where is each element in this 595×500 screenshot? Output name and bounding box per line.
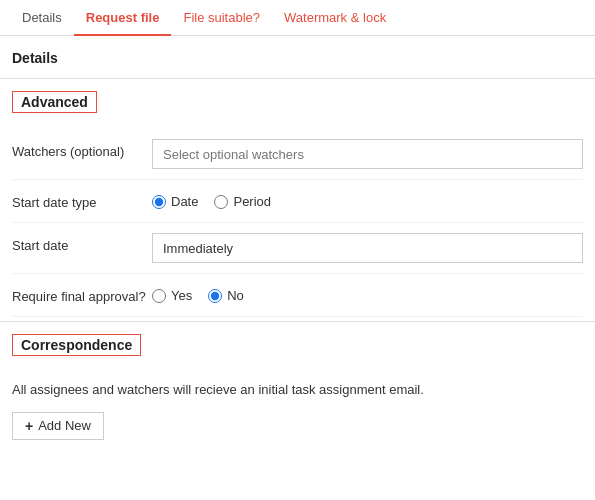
- page-content: Details Advanced Watchers (optional) Sta…: [0, 36, 595, 458]
- radio-no-input[interactable]: [208, 289, 222, 303]
- correspondence-section: All assignees and watchers will recieve …: [12, 368, 583, 444]
- plus-icon: +: [25, 418, 33, 434]
- radio-date-input[interactable]: [152, 195, 166, 209]
- radio-no-option[interactable]: No: [208, 288, 244, 303]
- divider-middle: [0, 321, 595, 322]
- watchers-input[interactable]: [152, 139, 583, 169]
- start-date-input[interactable]: [152, 233, 583, 263]
- start-date-type-radio-group: Date Period: [152, 190, 583, 209]
- watchers-label: Watchers (optional): [12, 139, 152, 161]
- radio-period-option[interactable]: Period: [214, 194, 271, 209]
- watchers-control: [152, 139, 583, 169]
- radio-yes-input[interactable]: [152, 289, 166, 303]
- add-new-button[interactable]: + Add New: [12, 412, 104, 440]
- start-date-type-control: Date Period: [152, 190, 583, 209]
- radio-yes-label: Yes: [171, 288, 192, 303]
- require-approval-row: Require final approval? Yes No: [12, 274, 583, 317]
- correspondence-note-text: All assignees and watchers will recieve …: [12, 382, 424, 397]
- tab-file-suitable[interactable]: File suitable?: [171, 0, 272, 35]
- start-date-control: [152, 233, 583, 263]
- tab-details[interactable]: Details: [10, 0, 74, 35]
- tab-bar: Details Request file File suitable? Wate…: [0, 0, 595, 36]
- correspondence-section-header: Correspondence: [12, 334, 141, 356]
- radio-no-label: No: [227, 288, 244, 303]
- start-date-row: Start date: [12, 223, 583, 274]
- require-approval-control: Yes No: [152, 284, 583, 303]
- require-approval-radio-group: Yes No: [152, 284, 583, 303]
- watchers-row: Watchers (optional): [12, 129, 583, 180]
- start-date-type-label: Start date type: [12, 190, 152, 212]
- add-new-label: Add New: [38, 418, 91, 433]
- start-date-type-row: Start date type Date Period: [12, 180, 583, 223]
- start-date-label: Start date: [12, 233, 152, 255]
- radio-date-option[interactable]: Date: [152, 194, 198, 209]
- divider-top: [0, 78, 595, 79]
- advanced-form: Watchers (optional) Start date type Date…: [12, 125, 583, 321]
- require-approval-label: Require final approval?: [12, 284, 152, 306]
- radio-date-label: Date: [171, 194, 198, 209]
- correspondence-note: All assignees and watchers will recieve …: [12, 380, 583, 400]
- tab-request-file[interactable]: Request file: [74, 0, 172, 35]
- tab-watermark-lock[interactable]: Watermark & lock: [272, 0, 398, 35]
- radio-period-label: Period: [233, 194, 271, 209]
- radio-yes-option[interactable]: Yes: [152, 288, 192, 303]
- advanced-section-header: Advanced: [12, 91, 97, 113]
- radio-period-input[interactable]: [214, 195, 228, 209]
- page-title: Details: [12, 50, 583, 66]
